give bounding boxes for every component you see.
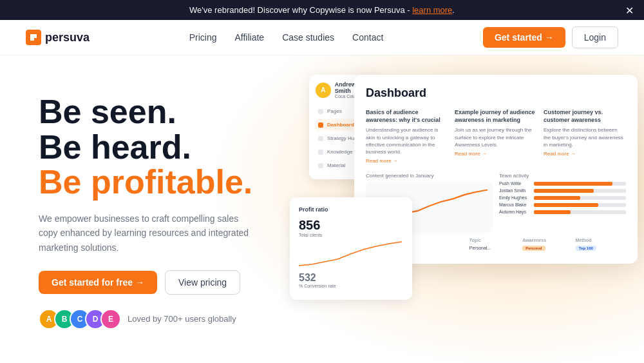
nav-pricing[interactable]: Pricing — [189, 32, 217, 43]
get-started-nav-button[interactable]: Get started → — [483, 27, 565, 48]
profit-label1: Total clients — [299, 233, 403, 237]
nav-actions: Get started → Login — [483, 26, 618, 48]
team-bar-fill — [534, 203, 598, 207]
hero-buttons: Get started for free → View pricing — [39, 270, 309, 295]
profit-stat1: 856 Total clients — [299, 218, 403, 237]
team-member-name: Push Write — [499, 181, 531, 186]
banner-link[interactable]: learn more — [412, 5, 452, 15]
menu-label-strategy: Strategy Hub — [327, 135, 357, 141]
awareness-badge: Personal — [522, 246, 545, 251]
profit-chart-svg — [299, 240, 402, 269]
team-bar-row: Autumn Hays — [499, 210, 626, 214]
dashboard-col-1: Basics of audience awareness: why it's c… — [366, 109, 448, 164]
nav-contact[interactable]: Contact — [352, 32, 383, 43]
team-bar-background — [534, 182, 626, 186]
team-bar-background — [534, 210, 626, 214]
logo-text: persuva — [45, 31, 90, 44]
users-count-text: Loved by 700+ users globally — [128, 314, 236, 324]
th-method: Method — [576, 238, 626, 242]
td-topic: Personal... — [469, 246, 520, 251]
menu-dot-icon — [318, 109, 323, 114]
team-bar-background — [534, 203, 626, 207]
th-awareness: Awareness — [522, 238, 573, 242]
profit-num1: 856 — [299, 218, 403, 233]
team-bar-row: Marcus Blake — [499, 202, 626, 207]
hero-section: Be seen. Be heard. Be profitable. We emp… — [0, 55, 644, 363]
team-bar-fill — [534, 210, 571, 214]
col2-read-more[interactable]: Read more → — [455, 151, 537, 157]
close-banner-button[interactable]: ✕ — [625, 4, 634, 16]
profit-num2: 532 — [299, 272, 403, 284]
menu-dot-active-icon — [318, 123, 323, 128]
team-member-name: Autumn Hays — [499, 210, 531, 214]
menu-label-material: Material — [327, 162, 345, 168]
team-bar-background — [534, 189, 626, 193]
method-badge: Top 100 — [576, 246, 596, 251]
avatar-group: A B C D E — [39, 309, 121, 329]
main-nav: persuva Pricing Affiliate Case studies C… — [0, 20, 644, 55]
hero-content: Be seen. Be heard. Be profitable. We emp… — [0, 55, 309, 363]
team-bar-fill — [534, 196, 580, 200]
logo[interactable]: persuva — [26, 30, 90, 45]
team-bar-row: Emily Hughes — [499, 195, 626, 200]
team-bar-fill — [534, 189, 594, 193]
chart-label: Content generated in January — [366, 173, 493, 179]
menu-label-dashboard: Dashboard — [327, 122, 354, 128]
dashboard-col-3: Customer journey vs. customer awareness … — [544, 109, 626, 164]
team-bar-row: Push Write — [499, 181, 626, 186]
nav-links: Pricing Affiliate Case studies Contact — [189, 32, 384, 43]
nav-case-studies[interactable]: Case studies — [282, 32, 334, 43]
hero-subtitle: We empower businesses to craft compellin… — [39, 211, 258, 255]
col3-header: Customer journey vs. customer awareness — [544, 109, 626, 124]
announcement-banner: We've rebranded! Discover why Copywise i… — [0, 0, 644, 20]
nav-affiliate[interactable]: Affiliate — [234, 32, 264, 43]
team-member-name: Jordan Smith — [499, 188, 531, 193]
team-bar-row: Jordan Smith — [499, 188, 626, 193]
avatar: E — [100, 309, 121, 329]
col3-read-more[interactable]: Read more → — [544, 151, 626, 157]
col3-text: Explore the distinctions between the buy… — [544, 126, 626, 148]
hero-headline: Be seen. Be heard. Be profitable. — [39, 94, 309, 200]
td-method: Top 100 — [576, 246, 626, 251]
team-bar-background — [534, 196, 626, 200]
profit-title: Profit ratio — [299, 206, 403, 213]
hero-line1: Be seen. — [39, 94, 309, 130]
col1-header: Basics of audience awareness: why it's c… — [366, 109, 448, 124]
profit-chart — [299, 240, 403, 272]
col1-read-more[interactable]: Read more → — [366, 158, 448, 164]
team-bar-fill — [534, 182, 612, 186]
dashboard-col-2: Example journey of audience awareness in… — [455, 109, 537, 164]
profit-label2: % Conversion rate — [299, 284, 403, 288]
profit-card: Profit ratio 856 Total clients 532 % Con… — [290, 197, 412, 300]
team-section: Team activity Push Write Jordan Smith Em… — [499, 173, 626, 233]
team-label: Team activity — [499, 173, 626, 179]
logo-icon — [26, 30, 41, 45]
menu-dot-icon — [318, 150, 323, 155]
th-topic: Topic — [469, 238, 520, 242]
hero-line3: Be profitable. — [39, 164, 309, 200]
col2-text: Join us as we journey through the surfac… — [455, 126, 537, 148]
social-proof: A B C D E Loved by 700+ users globally — [39, 309, 309, 329]
team-member-name: Emily Hughes — [499, 195, 531, 200]
dashboard-avatar: A — [316, 83, 331, 98]
td-awareness: Personal — [522, 246, 573, 251]
team-member-name: Marcus Blake — [499, 202, 531, 207]
profit-stat2: 532 % Conversion rate — [299, 272, 403, 288]
col2-header: Example journey of audience awareness in… — [455, 109, 537, 124]
banner-text: We've rebranded! Discover why Copywise i… — [189, 5, 412, 15]
menu-dot-icon — [318, 136, 323, 141]
team-bars: Push Write Jordan Smith Emily Hughes Mar… — [499, 181, 626, 214]
col1-text: Understanding your audience is akin to u… — [366, 126, 448, 155]
login-button[interactable]: Login — [572, 26, 618, 48]
hero-line2: Be heard. — [39, 130, 309, 165]
dashboard-title: Dashboard — [366, 86, 626, 100]
menu-label-pages: Pages — [327, 108, 342, 114]
get-started-hero-button[interactable]: Get started for free → — [39, 271, 157, 294]
dashboard-columns: Basics of audience awareness: why it's c… — [366, 109, 626, 164]
menu-dot-icon — [318, 163, 323, 168]
view-pricing-button[interactable]: View pricing — [165, 270, 240, 295]
